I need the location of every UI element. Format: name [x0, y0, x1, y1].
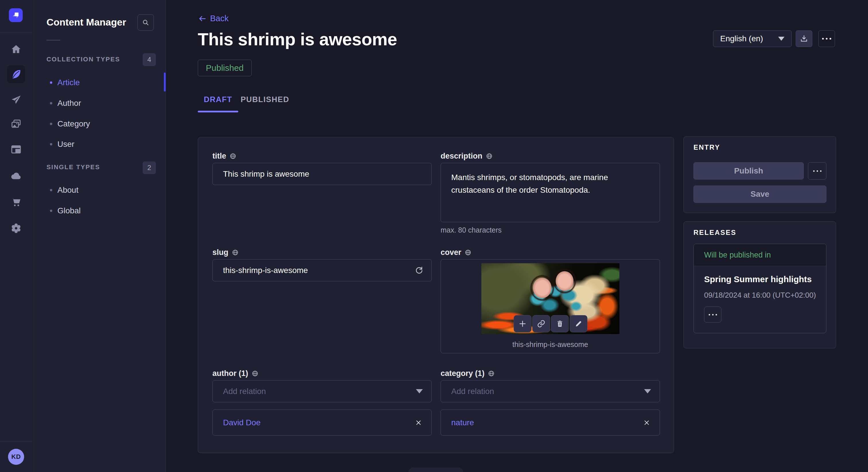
scrollbar-thumb[interactable]	[164, 72, 166, 92]
plus-icon	[518, 319, 527, 328]
category-relation-item: nature	[441, 409, 660, 436]
arrow-left-icon	[198, 14, 207, 23]
relation-link[interactable]: nature	[451, 418, 474, 427]
chevron-down-icon	[778, 37, 784, 41]
cover-media-box: this-shrimp-is-awesome	[441, 259, 660, 353]
field-author: author (1) Add relation David Doe	[212, 369, 432, 436]
remove-relation-icon[interactable]	[643, 419, 650, 427]
globe-icon	[488, 370, 495, 377]
bullet-icon	[50, 210, 52, 212]
strapi-admin: KD Content Manager COLLECTION TYPES 4 Ar…	[0, 0, 868, 472]
divider	[46, 40, 60, 40]
sidebar-item-global[interactable]: Global	[46, 201, 153, 221]
paper-plane-icon[interactable]	[10, 94, 22, 106]
collection-types-count: 4	[143, 53, 156, 66]
next-section-peek	[408, 467, 463, 472]
field-category: category (1) Add relation nature	[441, 369, 660, 436]
layout-icon[interactable]	[10, 143, 22, 156]
trash-icon	[556, 320, 564, 328]
release-date: 09/18/2024 at 16:00 (UTC+02:00)	[704, 291, 816, 300]
strapi-logo[interactable]	[9, 8, 23, 22]
page-title: This shrimp is awesome	[198, 29, 397, 49]
add-media-button[interactable]	[514, 315, 531, 332]
copy-link-button[interactable]	[532, 315, 550, 332]
bullet-icon	[50, 102, 52, 104]
globe-icon	[229, 153, 237, 160]
title-input[interactable]: This shrimp is awesome	[212, 163, 432, 185]
category-relation-select[interactable]: Add relation	[441, 380, 660, 402]
chevron-down-icon	[644, 389, 651, 394]
description-textarea[interactable]: Mantis shrimps, or stomatopods, are mari…	[441, 163, 660, 222]
field-title: title This shrimp is awesome	[212, 152, 432, 185]
entry-more-button[interactable]	[808, 162, 826, 179]
remove-relation-icon[interactable]	[415, 419, 422, 427]
pencil-icon	[575, 320, 582, 328]
cover-filename: this-shrimp-is-awesome	[441, 340, 660, 349]
download-icon	[800, 34, 808, 43]
ellipsis-icon	[709, 314, 717, 315]
globe-icon	[464, 249, 472, 256]
logo-section	[0, 0, 32, 32]
export-button[interactable]	[796, 30, 812, 47]
edit-media-button[interactable]	[569, 315, 587, 332]
entry-panel: ENTRY Publish Save	[683, 136, 836, 213]
globe-icon	[486, 153, 493, 160]
field-cover: cover	[441, 248, 660, 353]
user-section: KD	[0, 441, 32, 472]
status-badge: Published	[198, 60, 252, 76]
home-icon[interactable]	[10, 43, 22, 56]
tab-draft[interactable]: DRAFT	[198, 91, 238, 112]
ellipsis-icon	[813, 170, 822, 172]
relation-link[interactable]: David Doe	[223, 418, 260, 427]
bullet-icon	[50, 81, 52, 84]
sidebar-item-user[interactable]: User	[46, 134, 153, 154]
sidebar-title: Content Manager	[46, 16, 126, 28]
cart-icon[interactable]	[10, 196, 22, 208]
sidebar-item-about[interactable]: About	[46, 180, 153, 200]
single-types-count: 2	[143, 162, 156, 174]
sidebar-item-category[interactable]: Category	[46, 114, 153, 134]
entry-form-card: title This shrimp is awesome description…	[198, 137, 674, 453]
settings-gear-icon[interactable]	[10, 222, 22, 235]
header-more-button[interactable]	[818, 30, 835, 47]
bullet-icon	[50, 143, 52, 145]
release-card: Will be published in Spring Summer highl…	[693, 244, 826, 333]
cover-image[interactable]	[482, 263, 619, 334]
avatar[interactable]: KD	[8, 449, 24, 465]
releases-heading: RELEASES	[693, 229, 736, 237]
content-manager-sidebar: Content Manager COLLECTION TYPES 4 Artic…	[32, 0, 166, 472]
content-manager-feather-icon[interactable]	[7, 65, 25, 83]
locale-select[interactable]: English (en)	[713, 30, 792, 47]
delete-media-button[interactable]	[551, 315, 569, 332]
version-tabs: DRAFT PUBLISHED	[198, 91, 291, 112]
author-relation-select[interactable]: Add relation	[212, 380, 432, 402]
release-status: Will be published in	[694, 244, 826, 266]
save-button[interactable]: Save	[693, 186, 826, 203]
release-more-button[interactable]	[704, 307, 721, 323]
globe-icon	[251, 370, 259, 377]
cover-actions	[514, 315, 587, 332]
release-title: Spring Summer highlights	[704, 274, 812, 284]
slug-input[interactable]: this-shrimp-is-awesome	[212, 259, 432, 281]
globe-icon	[231, 249, 239, 256]
description-helper: max. 80 characters	[441, 226, 660, 234]
ellipsis-icon	[822, 38, 831, 40]
author-relation-item: David Doe	[212, 409, 432, 436]
cloud-icon[interactable]	[10, 170, 22, 182]
media-library-icon[interactable]	[10, 118, 22, 131]
link-icon	[537, 319, 546, 328]
sidebar-item-author[interactable]: Author	[46, 93, 153, 113]
bullet-icon	[50, 123, 52, 125]
search-button[interactable]	[137, 14, 154, 31]
section-collection-types: COLLECTION TYPES	[46, 56, 120, 63]
field-slug: slug this-shrimp-is-awesome	[212, 248, 432, 281]
search-icon	[142, 19, 150, 27]
tab-published[interactable]: PUBLISHED	[238, 91, 291, 112]
sidebar-item-article[interactable]: Article	[46, 72, 153, 93]
back-link[interactable]: Back	[198, 14, 228, 23]
chevron-down-icon	[416, 389, 423, 394]
regenerate-slug-icon[interactable]	[414, 265, 424, 275]
publish-button[interactable]: Publish	[693, 162, 804, 179]
field-description: description Mantis shrimps, or stomatopo…	[441, 152, 660, 234]
entry-heading: ENTRY	[693, 143, 720, 151]
